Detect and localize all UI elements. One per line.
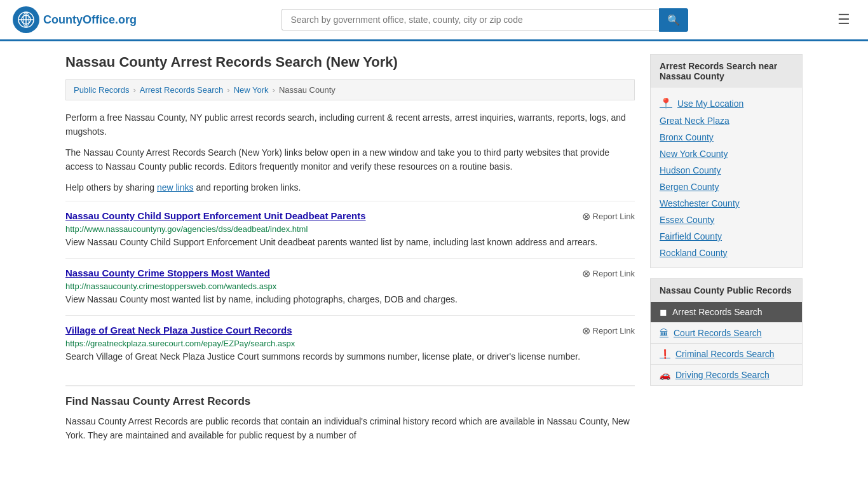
sidebar-nearby-fairfield-county[interactable]: Fairfield County [660,228,793,245]
report-icon-2: ⊗ [582,268,590,280]
resource-header-1: Nassau County Child Support Enforcement … [65,210,635,222]
report-link-button-3[interactable]: ⊗ Report Link [582,325,635,337]
sidebar-nearby-rockland-county[interactable]: Rockland County [660,245,793,261]
resource-title-1[interactable]: Nassau County Child Support Enforcement … [65,210,366,221]
location-icon: 📍 [660,97,672,109]
menu-button[interactable]: ☰ [832,9,855,30]
sidebar-nearby-great-neck-plaza[interactable]: Great Neck Plaza [660,112,793,129]
header: CountyOffice.org 🔍 ☰ [0,0,868,41]
sidebar: Arrest Records Search near Nassau County… [650,54,803,449]
page-title: Nassau County Arrest Records Search (New… [65,54,635,71]
sidebar-nearby-hudson-county[interactable]: Hudson County [660,162,793,179]
resource-title-2[interactable]: Nassau County Crime Stoppers Most Wanted [65,268,270,278]
use-my-location-link[interactable]: 📍 Use My Location [660,94,793,112]
sidebar-record-court-records[interactable]: 🏛 Court Records Search [651,323,802,344]
find-section-text: Nassau County Arrest Records are public … [65,414,635,443]
resource-item: Nassau County Crime Stoppers Most Wanted… [65,258,635,315]
sidebar-record-criminal-records[interactable]: ❗ Criminal Records Search [651,344,802,365]
report-link-button-2[interactable]: ⊗ Report Link [582,268,635,280]
resource-url-1: http://www.nassaucountyny.gov/agencies/d… [65,224,635,234]
logo-icon [13,6,39,33]
sidebar-public-records-title: Nassau County Public Records [651,279,802,302]
report-icon-1: ⊗ [582,210,590,222]
search-icon: 🔍 [667,15,680,25]
logo-text: CountyOffice.org [43,13,137,27]
resource-header-2: Nassau County Crime Stoppers Most Wanted… [65,268,635,280]
sidebar-nearby-content: 📍 Use My Location Great Neck Plaza Bronx… [651,88,802,268]
sidebar-nearby-essex-county[interactable]: Essex County [660,212,793,228]
resources-list: Nassau County Child Support Enforcement … [65,201,635,372]
report-link-button-1[interactable]: ⊗ Report Link [582,210,635,222]
resource-item: Village of Great Neck Plaza Justice Cour… [65,315,635,372]
resource-url-3: https://greatneckplaza.surecourt.com/epa… [65,339,635,348]
breadcrumb: Public Records › Arrest Records Search ›… [65,79,635,100]
resource-desc-2: View Nassau County most wanted list by n… [65,293,635,306]
search-area: 🔍 [281,8,688,32]
driving-records-icon: 🚗 [660,370,670,380]
logo-area: CountyOffice.org [13,6,137,33]
resource-desc-3: Search Village of Great Neck Plaza Justi… [65,350,635,363]
resource-url-2: http://nassaucounty.crimestoppersweb.com… [65,281,635,291]
sidebar-nearby-new-york-county[interactable]: New York County [660,146,793,162]
sidebar-nearby-title: Arrest Records Search near Nassau County [651,55,802,88]
breadcrumb-sep-1: › [133,85,135,95]
intro-paragraph-3: Help others by sharing new links and rep… [65,180,635,194]
content-area: Nassau County Arrest Records Search (New… [65,54,635,449]
sidebar-record-arrest-records[interactable]: ◼ Arrest Records Search [651,302,802,323]
intro-paragraph-1: Perform a free Nassau County, NY public … [65,111,635,139]
new-links-link[interactable]: new links [157,182,194,193]
find-section: Find Nassau County Arrest Records Nassau… [65,385,635,443]
resource-item: Nassau County Child Support Enforcement … [65,201,635,258]
sidebar-nearby-westchester-county[interactable]: Westchester County [660,195,793,212]
find-section-title: Find Nassau County Arrest Records [65,395,635,408]
intro-paragraph-2: The Nassau County Arrest Records Search … [65,146,635,174]
breadcrumb-arrest-records[interactable]: Arrest Records Search [140,85,224,95]
hamburger-icon: ☰ [837,11,850,27]
arrest-records-icon: ◼ [660,307,667,317]
resource-title-3[interactable]: Village of Great Neck Plaza Justice Cour… [65,325,292,336]
resource-header-3: Village of Great Neck Plaza Justice Cour… [65,325,635,337]
criminal-records-icon: ❗ [660,349,670,359]
breadcrumb-sep-3: › [273,85,275,95]
sidebar-public-records-section: Nassau County Public Records ◼ Arrest Re… [650,278,803,386]
sidebar-nearby-bergen-county[interactable]: Bergen County [660,179,793,195]
search-button[interactable]: 🔍 [659,8,688,32]
sidebar-nearby-section: Arrest Records Search near Nassau County… [650,54,803,268]
report-icon-3: ⊗ [582,325,590,337]
breadcrumb-nassau-county: Nassau County [279,85,336,95]
resource-desc-1: View Nassau County Child Support Enforce… [65,236,635,249]
breadcrumb-new-york[interactable]: New York [234,85,269,95]
breadcrumb-public-records[interactable]: Public Records [74,85,129,95]
search-input[interactable] [281,9,659,30]
sidebar-nearby-bronx-county[interactable]: Bronx County [660,129,793,146]
main-layout: Nassau County Arrest Records Search (New… [53,41,815,462]
court-records-icon: 🏛 [660,328,668,338]
sidebar-record-driving-records[interactable]: 🚗 Driving Records Search [651,365,802,385]
breadcrumb-sep-2: › [227,85,229,95]
